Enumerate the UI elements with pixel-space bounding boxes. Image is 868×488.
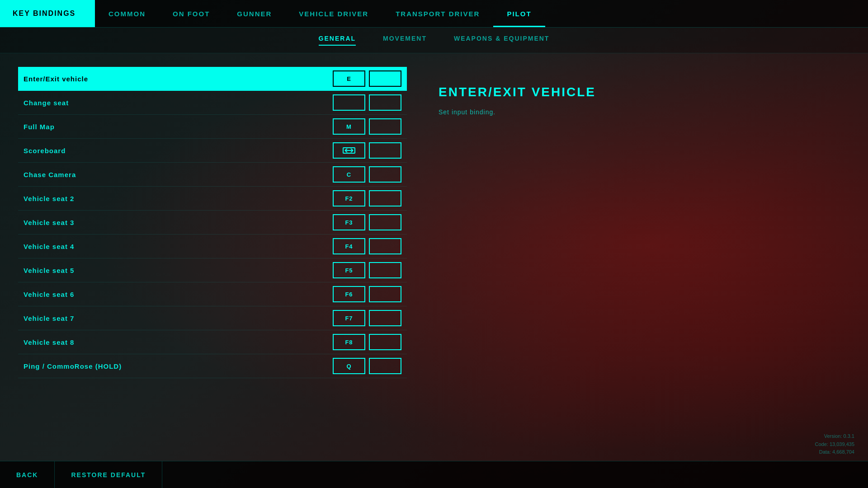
key-slot-2-ping-commorose[interactable] bbox=[369, 358, 401, 374]
key-slot-1-vehicle-seat-6[interactable]: F6 bbox=[333, 286, 365, 302]
binding-name-full-map: Full Map bbox=[24, 123, 333, 131]
binding-name-chase-camera: Chase Camera bbox=[24, 171, 333, 178]
binding-name-change-seat: Change seat bbox=[24, 99, 333, 107]
version-info: Version: 0.3.1 Code: 13,039,435 Data: 4,… bbox=[815, 432, 854, 456]
key-slot-2-change-seat[interactable] bbox=[369, 94, 401, 111]
key-slot-1-vehicle-seat-2[interactable]: F2 bbox=[333, 190, 365, 206]
binding-name-vehicle-seat-2: Vehicle seat 2 bbox=[24, 195, 333, 202]
binding-row-vehicle-seat-3[interactable]: Vehicle seat 3 F3 bbox=[18, 211, 407, 235]
tab-general[interactable]: GENERAL bbox=[319, 35, 356, 46]
key-slots-enter-exit: E bbox=[333, 70, 401, 87]
binding-row-scoreboard[interactable]: Scoreboard bbox=[18, 139, 407, 163]
nav-item-transport-driver[interactable]: TRANSPORT DRIVER bbox=[382, 0, 493, 27]
key-slot-1-vehicle-seat-4[interactable]: F4 bbox=[333, 238, 365, 254]
binding-row-vehicle-seat-7[interactable]: Vehicle seat 7 F7 bbox=[18, 306, 407, 330]
key-slots-ping-commorose: Q bbox=[333, 358, 401, 374]
key-slot-1-vehicle-seat-3[interactable]: F3 bbox=[333, 214, 365, 230]
key-slots-vehicle-seat-6: F6 bbox=[333, 286, 401, 302]
key-slots-chase-camera: C bbox=[333, 166, 401, 183]
binding-row-vehicle-seat-5[interactable]: Vehicle seat 5 F5 bbox=[18, 258, 407, 282]
key-slot-1-change-seat[interactable] bbox=[333, 94, 365, 111]
key-slots-vehicle-seat-5: F5 bbox=[333, 262, 401, 278]
key-slots-vehicle-seat-8: F8 bbox=[333, 334, 401, 350]
binding-name-vehicle-seat-5: Vehicle seat 5 bbox=[24, 267, 333, 274]
key-slot-1-chase-camera[interactable]: C bbox=[333, 166, 365, 183]
key-slots-vehicle-seat-7: F7 bbox=[333, 310, 401, 326]
detail-title: ENTER/EXIT VEHICLE bbox=[439, 85, 841, 99]
key-slot-1-vehicle-seat-8[interactable]: F8 bbox=[333, 334, 365, 350]
binding-name-vehicle-seat-4: Vehicle seat 4 bbox=[24, 243, 333, 250]
key-slots-change-seat bbox=[333, 94, 401, 111]
key-slot-1-vehicle-seat-5[interactable]: F5 bbox=[333, 262, 365, 278]
binding-row-change-seat[interactable]: Change seat bbox=[18, 91, 407, 115]
key-slot-1-ping-commorose[interactable]: Q bbox=[333, 358, 365, 374]
key-slots-vehicle-seat-2: F2 bbox=[333, 190, 401, 206]
key-slots-vehicle-seat-3: F3 bbox=[333, 214, 401, 230]
key-slot-2-vehicle-seat-6[interactable] bbox=[369, 286, 401, 302]
key-slot-2-vehicle-seat-4[interactable] bbox=[369, 238, 401, 254]
key-slot-2-vehicle-seat-7[interactable] bbox=[369, 310, 401, 326]
header: KEY BINDINGS COMMON ON FOOT GUNNER VEHIC… bbox=[0, 0, 868, 28]
code-label: Code: 13,039,435 bbox=[815, 441, 854, 449]
key-slot-2-chase-camera[interactable] bbox=[369, 166, 401, 183]
key-slots-vehicle-seat-4: F4 bbox=[333, 238, 401, 254]
nav-item-vehicle-driver[interactable]: VEHICLE DRIVER bbox=[285, 0, 382, 27]
key-slot-2-full-map[interactable] bbox=[369, 118, 401, 135]
key-slot-1-enter-exit[interactable]: E bbox=[333, 70, 365, 87]
key-slot-1-full-map[interactable]: M bbox=[333, 118, 365, 135]
bindings-list: Enter/Exit vehicle E Change seat Full Ma… bbox=[18, 67, 411, 463]
key-slot-2-scoreboard[interactable] bbox=[369, 142, 401, 159]
binding-name-ping-commorose: Ping / CommoRose (HOLD) bbox=[24, 362, 333, 370]
binding-name-vehicle-seat-7: Vehicle seat 7 bbox=[24, 314, 333, 322]
key-slots-full-map: M bbox=[333, 118, 401, 135]
main-nav: COMMON ON FOOT GUNNER VEHICLE DRIVER TRA… bbox=[95, 0, 868, 27]
binding-name-scoreboard: Scoreboard bbox=[24, 147, 333, 155]
detail-description: Set input binding. bbox=[439, 108, 841, 116]
key-slot-2-vehicle-seat-5[interactable] bbox=[369, 262, 401, 278]
nav-item-on-foot[interactable]: ON FOOT bbox=[159, 0, 223, 27]
nav-item-common[interactable]: COMMON bbox=[95, 0, 159, 27]
binding-row-full-map[interactable]: Full Map M bbox=[18, 115, 407, 139]
sub-tabs: GENERAL MOVEMENT WEAPONS & EQUIPMENT bbox=[0, 28, 868, 53]
binding-row-vehicle-seat-2[interactable]: Vehicle seat 2 F2 bbox=[18, 187, 407, 211]
key-slot-2-enter-exit[interactable] bbox=[369, 70, 401, 87]
binding-row-ping-commorose[interactable]: Ping / CommoRose (HOLD) Q bbox=[18, 354, 407, 378]
binding-row-chase-camera[interactable]: Chase Camera C bbox=[18, 163, 407, 187]
key-slots-scoreboard bbox=[333, 142, 401, 159]
binding-name-vehicle-seat-3: Vehicle seat 3 bbox=[24, 219, 333, 226]
back-button[interactable]: BACK bbox=[0, 461, 55, 488]
footer: BACK RESTORE DEFAULT bbox=[0, 461, 868, 488]
binding-row-vehicle-seat-4[interactable]: Vehicle seat 4 F4 bbox=[18, 235, 407, 258]
key-slot-1-vehicle-seat-7[interactable]: F7 bbox=[333, 310, 365, 326]
binding-name-enter-exit: Enter/Exit vehicle bbox=[24, 75, 333, 83]
tab-weapons-equipment[interactable]: WEAPONS & EQUIPMENT bbox=[454, 35, 549, 46]
data-label: Data: 4,668,704 bbox=[815, 448, 854, 456]
restore-default-button[interactable]: RESTORE DEFAULT bbox=[55, 461, 162, 488]
binding-row-enter-exit[interactable]: Enter/Exit vehicle E bbox=[18, 67, 407, 91]
nav-item-pilot[interactable]: PILOT bbox=[493, 0, 545, 27]
binding-row-vehicle-seat-6[interactable]: Vehicle seat 6 F6 bbox=[18, 282, 407, 306]
key-slot-1-scoreboard[interactable] bbox=[333, 142, 365, 159]
main-content: Enter/Exit vehicle E Change seat Full Ma… bbox=[0, 53, 868, 463]
version-label: Version: 0.3.1 bbox=[815, 432, 854, 441]
key-slot-2-vehicle-seat-2[interactable] bbox=[369, 190, 401, 206]
nav-item-gunner[interactable]: GUNNER bbox=[223, 0, 285, 27]
tab-movement[interactable]: MOVEMENT bbox=[383, 35, 427, 46]
key-slot-2-vehicle-seat-8[interactable] bbox=[369, 334, 401, 350]
key-slot-2-vehicle-seat-3[interactable] bbox=[369, 214, 401, 230]
binding-name-vehicle-seat-8: Vehicle seat 8 bbox=[24, 338, 333, 346]
binding-name-vehicle-seat-6: Vehicle seat 6 bbox=[24, 291, 333, 298]
binding-row-vehicle-seat-8[interactable]: Vehicle seat 8 F8 bbox=[18, 330, 407, 354]
detail-panel: ENTER/EXIT VEHICLE Set input binding. bbox=[411, 67, 868, 463]
key-bindings-title: KEY BINDINGS bbox=[0, 0, 95, 27]
